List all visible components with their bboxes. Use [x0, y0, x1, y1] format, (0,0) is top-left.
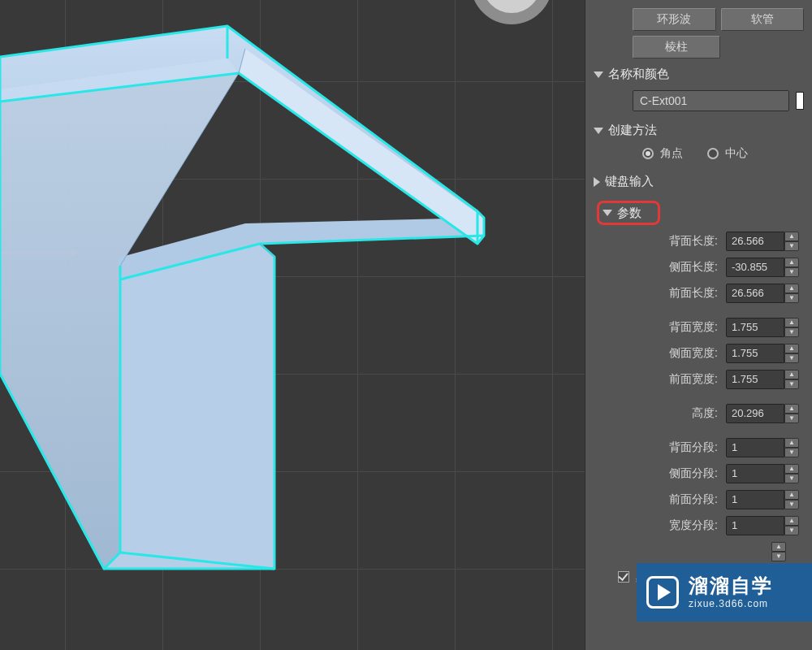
rollout-keyboard-entry[interactable]: 键盘输入 — [585, 166, 812, 193]
param-label: 高度: — [594, 406, 721, 421]
param-label: 背面分段: — [594, 440, 721, 455]
chevron-down-icon — [603, 210, 612, 216]
selected-object-mesh[interactable] — [0, 0, 585, 650]
spinner-down-icon[interactable]: ▼ — [784, 327, 799, 337]
chevron-down-icon — [594, 128, 603, 134]
spinner-up-icon[interactable]: ▲ — [784, 490, 799, 500]
rollout-name-and-color[interactable]: 名称和颜色 — [585, 58, 812, 85]
param-row-back-width: 背面宽度:▲▼ — [585, 314, 812, 340]
param-label: 前面宽度: — [594, 372, 721, 387]
primitive-hose-button[interactable]: 软管 — [721, 8, 805, 31]
spinner-down-icon[interactable]: ▼ — [784, 414, 799, 423]
spinner-down-icon[interactable]: ▼ — [771, 552, 786, 561]
param-label: 侧面分段: — [594, 466, 721, 481]
primitive-ringwave-button[interactable]: 环形波 — [633, 8, 716, 31]
spinner-up-icon[interactable]: ▲ — [784, 318, 799, 327]
param-width-segs-input[interactable] — [726, 516, 784, 535]
watermark-title: 溜溜自学 — [689, 574, 773, 598]
spinner-down-icon[interactable]: ▼ — [784, 241, 799, 251]
watermark-url: zixue.3d66.com — [689, 598, 773, 609]
param-side-segs-input[interactable] — [726, 464, 784, 483]
param-back-segs-input[interactable] — [726, 438, 784, 457]
param-row-height: 高度:▲▼ — [585, 401, 812, 427]
param-height-input[interactable] — [726, 404, 784, 423]
radio-dot-icon — [707, 148, 719, 159]
param-label: 宽度分段: — [594, 518, 721, 533]
radio-label: 角点 — [660, 146, 683, 161]
param-row-front-segs: 前面分段:▲▼ — [585, 487, 812, 513]
param-row-back-length: 背面长度:▲▼ — [585, 228, 812, 254]
param-row-side-segs: 侧面分段:▲▼ — [585, 461, 812, 487]
rollout-title: 参数 — [617, 206, 641, 221]
param-side-length-input[interactable] — [726, 258, 784, 277]
param-label: 背面宽度: — [594, 320, 721, 335]
param-row-front-width: 前面宽度:▲▼ — [585, 366, 812, 392]
param-row-front-length: 前面长度:▲▼ — [585, 280, 812, 306]
spinner-up-icon[interactable]: ▲ — [784, 370, 799, 379]
radio-dot-icon — [642, 148, 654, 159]
param-label: 前面分段: — [594, 492, 721, 507]
rollout-creation-method[interactable]: 创建方法 — [585, 115, 812, 141]
param-side-width-input[interactable] — [726, 344, 784, 363]
spinner-up-icon[interactable]: ▲ — [784, 464, 799, 474]
param-label: 背面长度: — [594, 234, 721, 249]
spinner-down-icon[interactable]: ▼ — [784, 526, 799, 535]
spinner-down-icon[interactable]: ▼ — [784, 267, 799, 277]
spinner-down-icon[interactable]: ▼ — [784, 500, 799, 509]
spinner-down-icon[interactable]: ▼ — [784, 379, 799, 389]
creation-center-radio[interactable]: 中心 — [707, 146, 748, 161]
command-panel: 环形波 软管 棱柱 名称和颜色 创建方法 角点 中心 — [585, 0, 812, 650]
param-front-segs-input[interactable] — [726, 490, 784, 509]
rollout-title: 创建方法 — [608, 123, 657, 138]
param-row-back-segs: 背面分段:▲▼ — [585, 435, 812, 461]
param-row-side-width: 侧面宽度:▲▼ — [585, 340, 812, 366]
spinner-up-icon[interactable]: ▲ — [784, 258, 799, 267]
spinner-up-icon[interactable]: ▲ — [784, 404, 799, 414]
spinner-down-icon[interactable]: ▼ — [784, 293, 799, 303]
primitive-prism-button[interactable]: 棱柱 — [633, 36, 720, 58]
spinner-up-icon[interactable]: ▲ — [784, 516, 799, 526]
watermark-badge: 溜溜自学 zixue.3d66.com — [637, 563, 812, 622]
rollout-title: 键盘输入 — [605, 174, 654, 189]
spinner-up-icon[interactable]: ▲ — [784, 284, 799, 293]
spinner-up-icon[interactable]: ▲ — [784, 438, 799, 448]
radio-label: 中心 — [725, 146, 748, 161]
checkbox-icon — [618, 571, 629, 583]
svg-marker-4 — [239, 49, 484, 244]
creation-corner-radio[interactable]: 角点 — [642, 146, 683, 161]
param-row-side-length: 侧面长度:▲▼ — [585, 254, 812, 280]
chevron-right-icon — [594, 177, 600, 187]
param-back-width-input[interactable] — [726, 318, 784, 337]
chevron-down-icon — [594, 72, 603, 78]
param-back-length-input[interactable] — [726, 232, 784, 251]
spinner-up-icon[interactable]: ▲ — [784, 344, 799, 353]
spinner-down-icon[interactable]: ▼ — [784, 474, 799, 483]
param-row-width-segs: 宽度分段:▲▼ — [585, 513, 812, 539]
object-color-swatch[interactable] — [796, 92, 804, 110]
play-icon — [646, 576, 679, 609]
param-label: 侧面长度: — [594, 260, 721, 275]
spinner-down-icon[interactable]: ▼ — [784, 448, 799, 457]
param-label: 侧面宽度: — [594, 346, 721, 361]
param-front-width-input[interactable] — [726, 370, 784, 389]
rollout-title: 名称和颜色 — [608, 67, 669, 82]
viewport[interactable] — [0, 0, 585, 650]
param-label: 前面长度: — [594, 286, 721, 301]
object-name-input[interactable] — [633, 90, 789, 111]
svg-marker-3 — [104, 244, 274, 569]
extra-spinner[interactable]: ▲ ▼ — [771, 542, 786, 561]
rollout-parameters[interactable]: 参数 — [585, 193, 812, 228]
spinner-up-icon[interactable]: ▲ — [771, 542, 786, 552]
param-front-length-input[interactable] — [726, 284, 784, 303]
spinner-down-icon[interactable]: ▼ — [784, 353, 799, 363]
spinner-up-icon[interactable]: ▲ — [784, 232, 799, 241]
